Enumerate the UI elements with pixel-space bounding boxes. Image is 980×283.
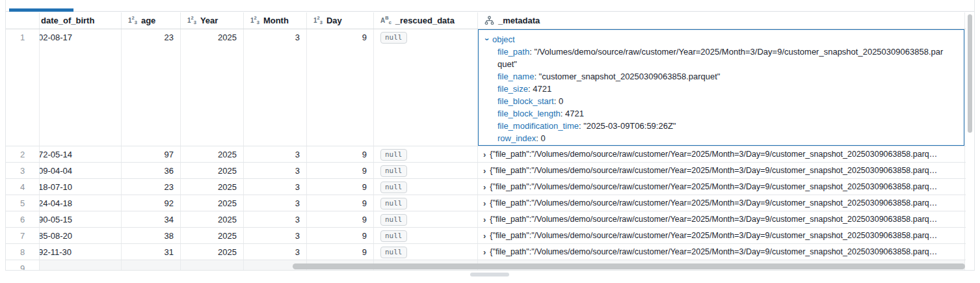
age-cell[interactable]: 34 [122,211,181,227]
metadata-cell[interactable]: ›{"file_path":"/Volumes/demo/source/raw/… [478,163,965,178]
day-cell[interactable]: 9 [307,179,374,195]
chevron-down-icon[interactable]: › [481,38,493,41]
year-cell[interactable]: 2025 [181,244,244,260]
row-number: 2 [6,146,40,162]
chevron-right-icon[interactable]: › [483,247,486,258]
month-cell[interactable]: 3 [244,228,307,243]
year-cell[interactable]: 2025 [181,211,244,227]
age-cell[interactable]: 23 [122,179,181,195]
age-cell[interactable]: 36 [122,163,181,178]
day-cell[interactable]: 9 [307,244,374,260]
rescued-data-cell[interactable]: null [374,228,478,243]
cell-value: 90-05-15 [40,215,72,224]
metadata-cell[interactable]: ›{"file_path":"/Volumes/demo/source/raw/… [478,228,965,243]
day-cell[interactable]: 9 [307,211,374,227]
column-header-age[interactable]: 123 age [122,12,181,29]
year-cell[interactable]: 2025 [181,195,244,211]
column-header-metadata[interactable]: _metadata [478,12,965,29]
metadata-cell[interactable]: ›{"file_path":"/Volumes/demo/source/raw/… [478,146,965,162]
metadata-cell[interactable]: ›{"file_path":"/Volumes/demo/source/raw/… [478,179,965,195]
field-value: 4721 [565,109,584,118]
row-number: 5 [6,195,40,211]
rescued-data-cell[interactable]: null [374,163,478,178]
rescued-data-cell[interactable]: null [374,195,478,211]
month-cell[interactable]: 3 [244,29,307,146]
year-cell[interactable]: 2025 [181,228,244,243]
metadata-cell[interactable]: ›{"file_path":"/Volumes/demo/source/raw/… [478,195,965,211]
panel-resize-handle[interactable] [470,273,509,276]
age-cell[interactable]: 23 [122,29,181,146]
month-cell[interactable]: 3 [244,195,307,211]
day-cell[interactable]: 9 [307,146,374,162]
column-label: Month [263,16,289,25]
age-cell[interactable]: 31 [122,244,181,260]
rescued-data-cell[interactable]: null [374,29,478,146]
day-cell[interactable]: 9 [307,29,374,146]
day-cell[interactable]: 9 [307,195,374,211]
date-of-birth-cell[interactable]: 18-07-10 [40,179,122,195]
object-type-row[interactable]: ›object [485,33,957,46]
month-cell[interactable]: 3 [244,163,307,178]
age-cell[interactable]: 38 [122,228,181,243]
year-cell[interactable]: 2025 [181,29,244,146]
field-key: file_size [497,84,528,94]
vertical-scrollbar-thumb[interactable] [968,14,972,133]
table-row: 102-08-1723202539null›objectfile_path: "… [6,29,966,146]
field-key: file_path [497,47,529,57]
month-cell[interactable]: 3 [244,179,307,195]
metadata-cell[interactable]: ›{"file_path":"/Volumes/demo/source/raw/… [478,211,965,227]
chevron-right-icon[interactable]: › [483,230,486,241]
year-cell[interactable]: 2025 [181,179,244,195]
cell-value: 24-04-18 [40,198,72,208]
day-cell[interactable]: 9 [307,228,374,243]
year-cell[interactable]: 2025 [181,163,244,178]
horizontal-scrollbar-thumb[interactable] [293,263,965,269]
chevron-right-icon[interactable]: › [483,165,486,176]
age-cell[interactable]: 97 [122,146,181,162]
age-cell[interactable]: 92 [122,195,181,211]
metadata-preview-text: {"file_path":"/Volumes/demo/source/raw/c… [490,247,959,258]
column-label: age [141,16,155,25]
day-cell[interactable]: 9 [307,163,374,178]
table-row: 524-04-1892202539null›{"file_path":"/Vol… [6,195,966,211]
rescued-data-cell[interactable]: null [374,211,478,227]
chevron-right-icon[interactable]: › [483,198,486,209]
month-cell[interactable]: 3 [244,244,307,260]
rescued-data-cell[interactable]: null [374,179,478,195]
object-field-row: file_size: 4721 [497,83,947,95]
rescued-data-cell[interactable]: null [374,146,478,162]
date-of-birth-cell[interactable]: 24-04-18 [40,195,122,211]
metadata-cell[interactable]: ›objectfile_path: "/Volumes/demo/source/… [478,29,965,146]
chevron-right-icon[interactable]: › [483,214,486,225]
object-field-row: row_index: 0 [497,132,947,144]
results-table: date_of_birth 123 age 123 Year 123 Month… [6,12,966,270]
field-key: file_modification_time [497,121,579,131]
column-label: _metadata [498,16,540,25]
month-cell[interactable]: 3 [244,146,307,162]
chevron-right-icon[interactable]: › [483,182,486,193]
row-number-header[interactable] [6,12,40,29]
date-of-birth-cell[interactable]: 85-08-20 [40,228,122,243]
column-header-day[interactable]: 123 Day [307,12,374,29]
row-number: 1 [6,29,40,146]
date-of-birth-cell[interactable]: 92-11-30 [40,244,122,260]
column-header-date-of-birth[interactable]: date_of_birth [40,12,122,29]
date-of-birth-cell[interactable]: 09-04-04 [40,163,122,178]
table-header-row: date_of_birth 123 age 123 Year 123 Month… [6,12,966,29]
number-type-icon: 123 [187,18,196,24]
active-tab-indicator[interactable] [9,8,73,12]
rescued-data-cell[interactable]: null [374,244,478,260]
chevron-right-icon[interactable]: › [483,149,486,160]
month-cell[interactable]: 3 [244,211,307,227]
null-badge: null [380,230,407,242]
icon-glyph: 3 [194,20,196,25]
date-of-birth-cell[interactable]: 02-08-17 [40,29,122,146]
year-cell[interactable]: 2025 [181,146,244,162]
column-header-month[interactable]: 123 Month [244,12,307,29]
date-of-birth-cell[interactable]: 72-05-14 [40,146,122,162]
column-header-year[interactable]: 123 Year [181,12,244,29]
column-header-rescued-data[interactable]: ABc _rescued_data [374,12,478,29]
date-of-birth-cell[interactable]: 90-05-15 [40,211,122,227]
metadata-preview-text: {"file_path":"/Volumes/demo/source/raw/c… [490,198,959,209]
metadata-cell[interactable]: ›{"file_path":"/Volumes/demo/source/raw/… [478,244,965,260]
